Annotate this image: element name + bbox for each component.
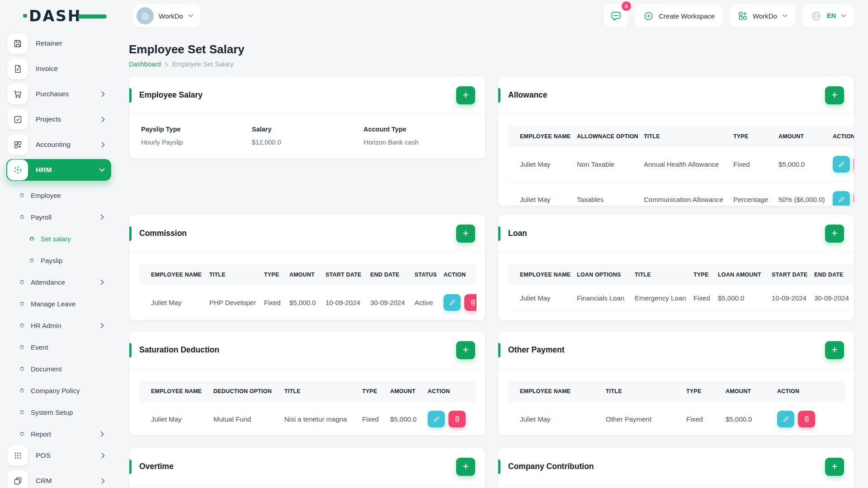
sidebar-subitem-payroll[interactable]: Payroll xyxy=(0,206,118,228)
column-header: LOAN OPTIONS xyxy=(572,264,630,285)
breadcrumb-current: Employee Set Salary xyxy=(172,61,233,68)
sidebar-item-label: Retainer xyxy=(36,39,105,47)
sidebar-subitem-document[interactable]: Document xyxy=(0,358,118,380)
column-header: ALLOWNACE OPTION xyxy=(572,126,639,147)
column-header: ACTION xyxy=(423,381,476,402)
crm-icon xyxy=(7,470,28,488)
invoice-icon xyxy=(7,58,28,79)
column-header: TITLE xyxy=(280,381,358,402)
delete-button[interactable] xyxy=(798,411,815,427)
sidebar-item-label: Purchases xyxy=(36,90,101,98)
create-workspace-button[interactable]: Create Workspace xyxy=(635,4,723,28)
table-row: Juliet May PHP Developer Fixed $5,000.0 … xyxy=(139,285,476,320)
add-saturation-deduction-button[interactable]: + xyxy=(456,341,475,359)
chevron-down-icon xyxy=(188,14,193,18)
sidebar-item-retainer[interactable]: Retainer xyxy=(6,33,111,54)
chevron-down-icon xyxy=(99,168,105,172)
sidebar-item-crm[interactable]: CRM xyxy=(6,470,111,488)
bullet-icon xyxy=(20,215,24,219)
sidebar-subitem-event[interactable]: Event xyxy=(0,336,118,358)
field-value: Hourly Payslip xyxy=(141,139,252,146)
building-icon xyxy=(141,11,150,20)
delete-button[interactable] xyxy=(448,411,466,427)
sidebar-subitem-company-policy[interactable]: Company Policy xyxy=(0,380,118,401)
column-header: TYPE xyxy=(729,126,774,147)
card-title: Company Contribution xyxy=(508,462,594,471)
cell-employee-name: Juliet May xyxy=(139,285,205,320)
column-header: STATUS xyxy=(410,264,439,285)
bullet-icon xyxy=(30,237,34,241)
add-company-contribution-button[interactable]: + xyxy=(825,458,844,476)
add-overtime-button[interactable]: + xyxy=(456,458,475,476)
add-other-payment-button[interactable]: + xyxy=(825,341,844,359)
apps-menu-button[interactable]: WorkDo xyxy=(730,4,796,28)
plus-circle-icon xyxy=(643,11,654,21)
logo-text: DASH xyxy=(29,7,81,25)
workspace-switcher[interactable]: WorkDo xyxy=(133,4,201,28)
sidebar-subitem-report[interactable]: Report xyxy=(0,423,118,445)
chevron-down-icon xyxy=(782,14,788,18)
sidebar-subitem-label: Event xyxy=(31,343,104,351)
card-title: Saturation Deduction xyxy=(139,345,219,355)
cell-allowance-option: Non Taxable xyxy=(572,147,639,182)
sidebar-subitem-employee[interactable]: Employee xyxy=(0,184,118,206)
edit-button[interactable] xyxy=(443,294,461,311)
sidebar-subitem-system-setup[interactable]: System Setup xyxy=(0,401,118,423)
card-title: Other Payment xyxy=(508,345,564,355)
column-header: TYPE xyxy=(358,381,386,402)
cell-employee-name: Juliet May xyxy=(508,285,572,311)
bullet-icon xyxy=(20,432,24,436)
retainer-icon xyxy=(7,33,28,54)
sidebar-item-label: POS xyxy=(36,451,101,460)
sidebar-item-projects[interactable]: Projects xyxy=(6,108,111,130)
add-loan-button[interactable]: + xyxy=(825,225,844,243)
add-allowance-button[interactable]: + xyxy=(825,86,844,104)
card-loan: Loan + EMPLOYEE NAME LOAN OPTIONS TITLE … xyxy=(498,214,854,321)
purchases-cart-icon xyxy=(7,84,28,104)
language-selector[interactable]: EN xyxy=(802,4,854,28)
edit-button[interactable] xyxy=(428,411,445,427)
apps-menu-label: WorkDo xyxy=(753,12,777,20)
edit-button[interactable] xyxy=(777,411,794,427)
cell-title: PHP Developer xyxy=(205,285,259,320)
add-commission-button[interactable]: + xyxy=(456,225,475,243)
edit-button[interactable] xyxy=(833,156,850,173)
card-title: Commission xyxy=(139,229,187,238)
card-saturation-deduction: Saturation Deduction + EMPLOYEE NAME DED… xyxy=(129,331,486,436)
chevron-right-icon xyxy=(100,431,104,437)
sidebar-item-pos[interactable]: POS xyxy=(6,445,111,466)
sidebar-item-label: Accounting xyxy=(36,141,101,149)
app-logo[interactable]: DASH xyxy=(29,6,126,26)
table-header-row: EMPLOYEE NAME ALLOWNACE OPTION TITLE TYP… xyxy=(508,126,854,147)
column-header: END DATE xyxy=(366,264,410,285)
delete-button[interactable] xyxy=(854,156,854,173)
bullet-icon xyxy=(20,193,24,197)
sidebar-subitem-manage-leave[interactable]: Manage Leave xyxy=(0,293,118,314)
sidebar-subitem-payslip[interactable]: Payslip xyxy=(0,249,118,271)
sidebar-item-label: CRM xyxy=(36,477,101,485)
sidebar: Retainer Invoice Purchases Projects xyxy=(0,33,118,488)
globe-icon xyxy=(811,10,822,22)
topbar-actions: 0 Create Workspace WorkDo xyxy=(604,4,854,28)
sidebar-item-purchases[interactable]: Purchases xyxy=(6,83,111,105)
apps-grid-icon xyxy=(738,11,748,21)
sidebar-item-invoice[interactable]: Invoice xyxy=(6,58,111,80)
table-header-row: EMPLOYEE NAME DEDUCTION OPTION TITLE TYP… xyxy=(139,381,476,402)
add-employee-salary-button[interactable]: + xyxy=(456,86,475,104)
delete-button[interactable] xyxy=(854,191,854,206)
sidebar-subitem-hr-admin[interactable]: HR Admin xyxy=(0,314,118,336)
sidebar-subitem-label: System Setup xyxy=(31,408,104,416)
messages-button[interactable]: 0 xyxy=(604,4,628,28)
column-header: EMPLOYEE NAME xyxy=(508,126,572,147)
sidebar-subitem-attendance[interactable]: Attendance xyxy=(0,271,118,293)
column-header: EMPLOYEE NAME xyxy=(508,381,601,402)
sidebar-item-hrm[interactable]: HRM xyxy=(6,159,111,181)
column-header: TYPE xyxy=(682,381,721,402)
sidebar-item-accounting[interactable]: Accounting xyxy=(6,134,111,155)
delete-button[interactable] xyxy=(464,294,476,311)
edit-button[interactable] xyxy=(833,191,850,206)
cell-amount: $5,000.0 xyxy=(386,402,423,436)
chevron-right-icon xyxy=(101,117,105,122)
breadcrumb-dashboard-link[interactable]: Dashboard xyxy=(129,61,161,68)
sidebar-subitem-set-salary[interactable]: Set salary xyxy=(0,228,118,249)
